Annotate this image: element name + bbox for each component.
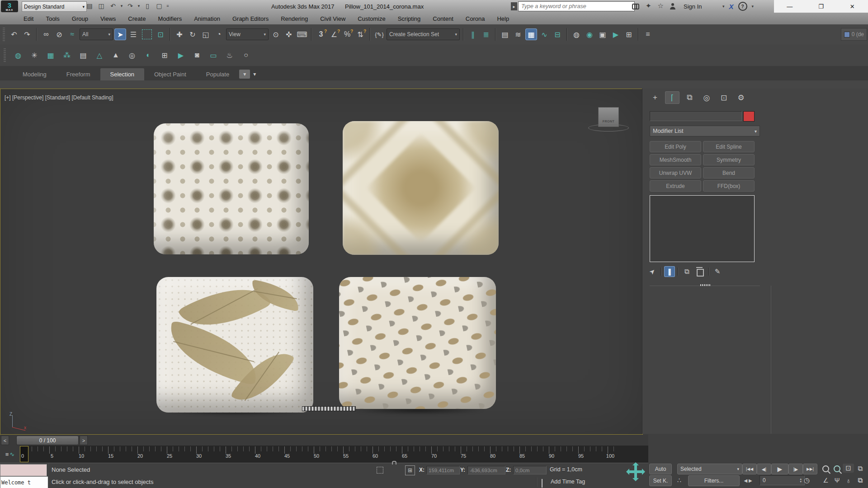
zoom-icon[interactable] [820, 464, 831, 474]
render-gallery-icon[interactable]: ⊞ [623, 28, 635, 40]
go-to-start-button[interactable]: |◀◀ [742, 464, 757, 474]
panel-scroll-divider[interactable] [771, 286, 771, 434]
display-tab-icon[interactable]: ⊡ [717, 91, 731, 104]
selection-filter-dropdown[interactable]: All ▾ [80, 28, 113, 40]
undo-dropdown-icon[interactable]: ▾ [119, 1, 124, 11]
modifier-button-ffd-box[interactable]: FFD(box) [703, 180, 755, 192]
pin-stack-icon[interactable]: ➤ [645, 264, 660, 279]
align-icon[interactable]: ≣ [480, 28, 492, 40]
menu-customize[interactable]: Customize [358, 15, 385, 22]
current-frame-field[interactable]: 0 ▴▾ [760, 475, 805, 485]
rendered-frame-window-icon[interactable]: ▣ [597, 28, 609, 40]
modifier-button-symmetry[interactable]: Symmetry [703, 154, 755, 165]
sign-in-button[interactable]: Sign In [684, 3, 702, 10]
set-key-filters-icon[interactable]: ∴ [674, 475, 685, 485]
corona-teapot-render-icon[interactable]: ♨ [224, 49, 236, 61]
field-of-view-icon[interactable]: ∠ [820, 475, 831, 485]
track-bar[interactable]: ≡ ∿ 0 5 10 15 20 25 30 35 40 45 50 55 60… [0, 446, 648, 463]
ribbon-toggle-icon[interactable]: ▦ [525, 28, 537, 40]
help-icon[interactable]: ? [738, 2, 747, 11]
menu-edit[interactable]: Edit [24, 15, 33, 22]
x-coord-field[interactable]: 159,411cm [426, 466, 460, 474]
minimize-button[interactable]: — [774, 0, 805, 13]
modifier-button-bend[interactable]: Bend [703, 167, 755, 178]
select-by-name-icon[interactable]: ☰ [127, 28, 139, 40]
remove-modifier-icon[interactable] [695, 266, 706, 277]
menu-content[interactable]: Content [433, 15, 453, 22]
render-setup-icon[interactable]: ◉ [584, 28, 595, 40]
menu-create[interactable]: Create [128, 15, 146, 22]
render-production-icon[interactable]: ▶ [610, 28, 622, 40]
previous-frame-button[interactable]: ◀| [757, 464, 771, 474]
pan-view-icon[interactable]: Ψ [831, 475, 843, 485]
key-filter-dropdown[interactable]: Selected ▾ [677, 464, 742, 474]
orbit-icon[interactable]: ♁ [843, 475, 854, 485]
modifier-button-unwrap-uvw[interactable]: Unwrap UVW [650, 167, 701, 178]
reference-coordinate-dropdown[interactable]: View ▾ [226, 28, 269, 40]
tab-populate[interactable]: Populate [196, 68, 239, 80]
object-name-field[interactable] [650, 111, 742, 121]
corona-frame-buffer-icon[interactable]: ▭ [208, 49, 219, 61]
layer-toolbar-field[interactable]: 0 (de [841, 28, 867, 41]
corona-displacement-icon[interactable]: ▲ [110, 49, 122, 61]
maximize-viewport-icon[interactable]: ⧉ [854, 475, 866, 485]
isolate-selection-icon[interactable] [377, 467, 383, 474]
maxscript-listener-line[interactable]: Welcome t [0, 476, 49, 488]
panel-resize-handle[interactable] [700, 284, 710, 286]
curve-editor-icon[interactable]: ∿ [538, 28, 550, 40]
new-scene-icon[interactable]: ▢ [154, 1, 165, 11]
snap-toggle-3d-icon[interactable]: 3 [315, 28, 327, 40]
schematic-view-icon[interactable]: ⊟ [552, 28, 563, 40]
corona-render-region-icon[interactable]: ⊞ [159, 49, 170, 61]
fetch-icon[interactable]: ▯ [142, 1, 153, 11]
favorites-star-icon[interactable]: ☆ [658, 2, 664, 10]
make-unique-icon[interactable]: ⧉ [681, 266, 692, 277]
menu-civil-view[interactable]: Civil View [320, 15, 345, 22]
angle-snap-icon[interactable]: ∠ [328, 28, 340, 40]
corona-vfb-icon[interactable]: ▶ [175, 49, 187, 61]
pillow-damask[interactable] [154, 123, 309, 254]
zoom-extents-all-icon[interactable]: ⧉ [854, 464, 866, 474]
add-time-tag[interactable]: Add Time Tag [551, 479, 585, 485]
menu-views[interactable]: Views [100, 15, 116, 22]
search-input[interactable] [518, 1, 635, 11]
menu-rendering[interactable]: Rendering [281, 15, 308, 22]
workspace-dropdown[interactable]: Design Standard ▾ [22, 1, 87, 12]
auto-key-button[interactable]: Auto [649, 464, 672, 474]
spinner-snap-icon[interactable]: ⇅ [354, 28, 366, 40]
maxscript-mini-listener[interactable] [0, 464, 47, 476]
time-slider-handle[interactable]: 0 / 100 [16, 436, 79, 445]
ribbon-minimize-icon[interactable]: ▾ [250, 70, 259, 79]
percent-snap-icon[interactable]: % [341, 28, 353, 40]
menu-help[interactable]: Help [497, 15, 509, 22]
redo-icon[interactable]: ↷ [21, 28, 33, 40]
previous-frame-button[interactable]: < [1, 436, 9, 445]
material-editor-icon[interactable]: ◍ [571, 28, 582, 40]
ribbon-show-panel-icon[interactable]: ▾ [239, 70, 250, 79]
corona-add-camera-icon[interactable]: ◙ [191, 49, 203, 61]
select-and-place-icon[interactable]: ◔ [213, 28, 225, 40]
time-configuration-icon[interactable]: ◷ [801, 475, 812, 485]
create-tab-icon[interactable]: + [648, 91, 662, 104]
maxscript-editor-icon[interactable]: {✎} [373, 28, 385, 40]
absolute-mode-icon[interactable]: ⊞ [405, 465, 415, 475]
app-menu-button[interactable]: 3 MAX [1, 0, 18, 12]
go-to-end-button[interactable]: ▶▶| [803, 464, 817, 474]
menu-corona[interactable]: Corona [466, 15, 485, 22]
y-coord-field[interactable]: -636,693cm [467, 466, 505, 474]
corona-material-icon[interactable]: ◐ [142, 49, 154, 61]
named-selection-sets-field[interactable]: Create Selection Set ▾ [387, 28, 460, 40]
restore-button[interactable]: ❐ [805, 0, 836, 13]
select-and-move-icon[interactable]: ✚ [174, 28, 185, 40]
open-file-icon[interactable]: ▤ [84, 1, 95, 11]
pillow-petals[interactable] [339, 277, 496, 409]
menu-scripting[interactable]: Scripting [398, 15, 421, 22]
unlink-selection-icon[interactable]: ⊘ [53, 28, 65, 40]
corona-listener-icon[interactable]: ▤ [77, 49, 89, 61]
key-filters-button[interactable]: Filters... [688, 475, 740, 486]
search-go-icon[interactable]: ▸ [511, 2, 517, 10]
tab-object-paint[interactable]: Object Paint [144, 68, 196, 80]
set-key-button[interactable]: Set K. [649, 475, 672, 486]
modifier-button-edit-poly[interactable]: Edit Poly [650, 141, 701, 152]
menu-group[interactable]: Group [72, 15, 88, 22]
